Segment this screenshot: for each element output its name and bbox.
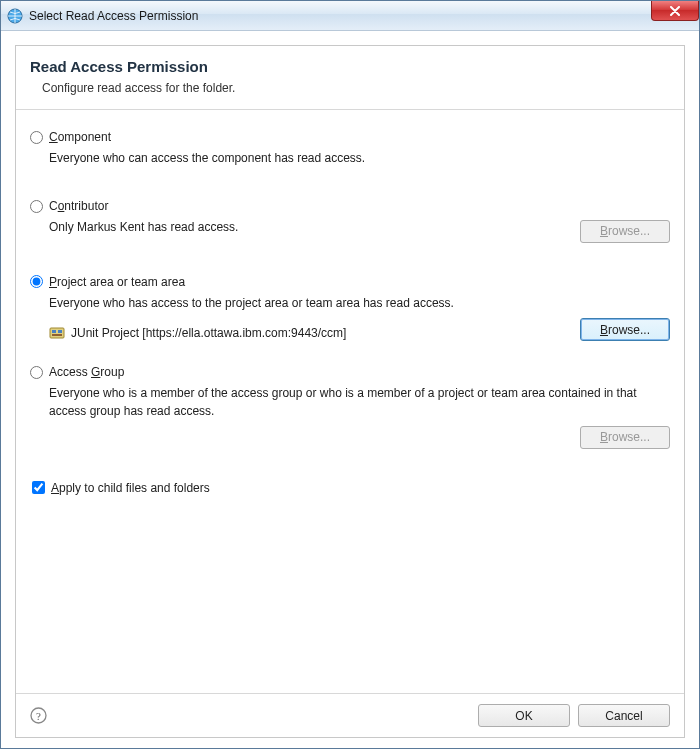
project-entry-text: JUnit Project [https://ella.ottawa.ibm.c… <box>71 326 570 340</box>
inner-panel: Read Access Permission Configure read ac… <box>15 45 685 738</box>
svg-rect-4 <box>52 334 62 336</box>
radio-contributor-row[interactable]: Contributor <box>30 199 670 213</box>
cancel-button[interactable]: Cancel <box>578 704 670 727</box>
apply-children-row[interactable]: Apply to child files and folders <box>30 481 670 495</box>
desc-component: Everyone who can access the component ha… <box>30 150 670 167</box>
option-project: Project area or team area Everyone who h… <box>30 275 670 341</box>
close-button[interactable] <box>651 1 699 21</box>
help-icon[interactable]: ? <box>30 707 47 724</box>
header: Read Access Permission Configure read ac… <box>16 46 684 110</box>
radio-project-label: Project area or team area <box>49 275 185 289</box>
apply-children-checkbox[interactable] <box>32 481 45 494</box>
radio-group[interactable] <box>30 366 43 379</box>
browse-group-button[interactable]: Browse... <box>580 426 670 449</box>
radio-component[interactable] <box>30 131 43 144</box>
titlebar[interactable]: Select Read Access Permission <box>1 1 699 31</box>
radio-contributor[interactable] <box>30 200 43 213</box>
radio-group-label: Access Group <box>49 365 124 379</box>
header-title: Read Access Permission <box>30 58 670 75</box>
body: Component Everyone who can access the co… <box>16 110 684 693</box>
dialog-window: Select Read Access Permission Read Acces… <box>0 0 700 749</box>
desc-contributor: Only Markus Kent has read access. <box>30 219 570 236</box>
app-icon <box>7 8 23 24</box>
ok-button[interactable]: OK <box>478 704 570 727</box>
svg-rect-3 <box>58 330 62 333</box>
footer-buttons: OK Cancel <box>478 704 670 727</box>
radio-group-row[interactable]: Access Group <box>30 365 670 379</box>
footer: ? OK Cancel <box>16 693 684 737</box>
radio-component-row[interactable]: Component <box>30 130 670 144</box>
radio-contributor-label: Contributor <box>49 199 108 213</box>
option-component: Component Everyone who can access the co… <box>30 130 670 167</box>
radio-component-label: Component <box>49 130 111 144</box>
header-subtitle: Configure read access for the folder. <box>30 81 670 95</box>
radio-project-row[interactable]: Project area or team area <box>30 275 670 289</box>
browse-project-button[interactable]: Browse... <box>580 318 670 341</box>
desc-group: Everyone who is a member of the access g… <box>30 385 670 420</box>
svg-rect-2 <box>52 330 56 333</box>
svg-text:?: ? <box>36 710 41 722</box>
close-icon <box>669 6 681 16</box>
titlebar-title: Select Read Access Permission <box>29 9 198 23</box>
project-entry-row: JUnit Project [https://ella.ottawa.ibm.c… <box>30 325 570 341</box>
option-group: Access Group Everyone who is a member of… <box>30 365 670 449</box>
desc-project: Everyone who has access to the project a… <box>30 295 670 312</box>
browse-contributor-button[interactable]: Browse... <box>580 220 670 243</box>
apply-children-label: Apply to child files and folders <box>51 481 210 495</box>
radio-project[interactable] <box>30 275 43 288</box>
dialog-content: Read Access Permission Configure read ac… <box>1 31 699 748</box>
project-icon <box>49 325 65 341</box>
option-contributor: Contributor Only Markus Kent has read ac… <box>30 199 670 242</box>
